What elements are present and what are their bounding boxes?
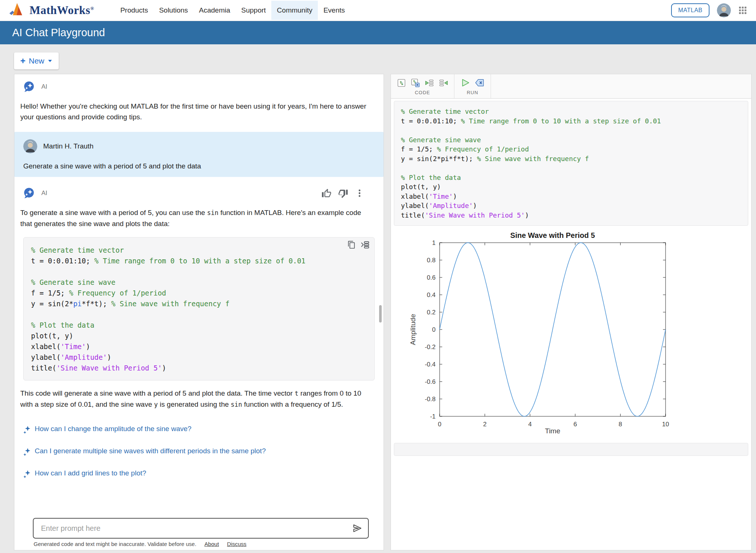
svg-text:Amplitude: Amplitude [409,314,417,345]
svg-text:1: 1 [432,239,436,246]
code-line: % Generate time vector [401,107,741,116]
code-line [31,266,367,277]
matlab-figure: 0246810-1-0.8-0.6-0.4-0.200.20.40.60.81S… [394,226,749,440]
svg-text:0.6: 0.6 [427,274,436,281]
code-group-label: CODE [415,90,430,95]
send-button[interactable] [352,524,362,533]
svg-text:Sine Wave with Period 5: Sine Wave with Period 5 [510,231,595,239]
code-line: plot(t, y) [31,331,367,341]
clear-output-icon[interactable] [475,78,485,87]
chat-panel: AI Hello! Whether you're checking out MA… [14,74,384,550]
svg-text:-0.6: -0.6 [425,378,436,385]
user-avatar[interactable] [717,3,731,17]
code-line: ylabel('Amplitude') [31,352,367,363]
ai-message-header: AI [23,81,378,93]
suggested-prompt[interactable]: How can I change the amplitude of the si… [23,424,192,434]
suggested-prompt[interactable]: Can I generate multiple sine waves with … [23,446,266,456]
discuss-link[interactable]: Discuss [227,541,247,547]
nav-item-events[interactable]: Events [318,1,350,20]
svg-text:0.4: 0.4 [427,291,436,298]
code-line [401,163,741,173]
about-link[interactable]: About [205,541,219,547]
brand-wordmark: MathWorks® [30,4,94,17]
indent-left-icon[interactable] [439,78,448,88]
svg-text:-0.4: -0.4 [425,361,436,368]
nav-item-support[interactable]: Support [236,1,272,20]
code-line: title('Sine Wave with Period 5') [31,363,367,373]
page-title: AI Chat Playground [12,27,105,39]
primary-nav: ProductsSolutionsAcademiaSupportCommunit… [115,1,350,20]
app-grid-icon[interactable] [738,6,747,15]
response-code-block: % Generate time vectort = 0:0.01:10; % T… [23,237,375,380]
nav-item-academia[interactable]: Academia [193,1,236,20]
matlab-button[interactable]: MATLAB [671,3,709,17]
code-line: y = sin(2*pi*f*t); % Sine wave with freq… [401,154,741,164]
svg-text:%: % [400,80,403,86]
chat-scrollbar-thumb[interactable] [379,305,382,322]
suggested-prompt[interactable]: How can I add grid lines to the plot? [23,468,146,478]
code-line: xlabel('Time') [401,192,741,201]
user-message-header: Martin H. Trauth [23,139,375,153]
message-actions [322,188,364,198]
insert-code-to-editor-icon[interactable] [360,240,370,249]
user-name: Martin H. Trauth [43,142,93,150]
code-line: title('Sine Wave with Period 5') [401,211,741,220]
editor-toolstrip: % % CODE [391,74,751,99]
suggested-prompt-text: How can I change the amplitude of the si… [35,425,192,433]
uncomment-code-icon[interactable]: % [411,78,420,88]
suggested-prompts: How can I change the amplitude of the si… [20,424,378,478]
run-group-label: RUN [467,90,478,95]
svg-text:-1: -1 [430,413,436,420]
comment-code-icon[interactable]: % [397,78,406,88]
code-line: f = 1/5; % Frequency of 1/period [31,288,367,298]
ai-sender-label: AI [41,190,47,197]
svg-text:6: 6 [573,421,577,428]
ai-avatar-icon [23,81,35,93]
code-line [401,126,741,135]
code-line: ylabel('Amplitude') [401,201,741,211]
suggested-prompt-text: Can I generate multiple sine waves with … [35,447,266,455]
editor-code-lines: % Generate time vectort = 0:0.01:10; % T… [401,107,741,220]
nav-item-solutions[interactable]: Solutions [154,1,193,20]
mathworks-brand[interactable]: MathWorks® [9,2,94,18]
svg-text:-0.8: -0.8 [425,396,436,403]
nav-right: MATLAB [671,3,747,17]
code-line: xlabel('Time') [31,341,367,352]
code-line: % Plot the data [401,173,741,182]
command-output-bar [394,443,748,456]
nav-item-community[interactable]: Community [271,1,318,20]
thumbs-down-button[interactable] [338,188,348,198]
top-navbar: MathWorks® ProductsSolutionsAcademiaSupp… [0,0,756,21]
overflow-menu-icon[interactable] [355,188,364,198]
svg-text:Time: Time [545,427,560,435]
code-line [31,309,367,320]
svg-text:0.8: 0.8 [427,257,436,264]
code-block-actions [347,240,370,249]
indent-right-icon[interactable] [425,78,434,88]
nav-item-products[interactable]: Products [115,1,154,20]
svg-text:0: 0 [432,326,436,333]
disclaimer-text: Generated code and text might be inaccur… [34,541,196,547]
ai-response-intro: To generate a sine wave with a period of… [20,207,370,229]
run-code-icon[interactable] [460,78,470,88]
ai-sender-label: AI [41,83,47,91]
prompt-input[interactable] [41,524,352,533]
svg-text:-0.2: -0.2 [425,344,436,351]
code-line: plot(t, y) [401,182,741,192]
copy-code-icon[interactable] [347,240,356,249]
matlab-code-editor[interactable]: % Generate time vectort = 0:0.01:10; % T… [394,101,748,226]
code-line: y = sin(2*pi*f*t); % Sine wave with freq… [31,298,367,309]
mathworks-logo-icon [9,2,26,18]
figure-area: 0246810-1-0.8-0.6-0.4-0.200.20.40.60.81S… [394,226,748,441]
code-line: % Plot the data [31,320,367,331]
code-line: t = 0:0.01:10; % Time range from 0 to 10… [401,116,741,126]
ai-greeting-message: Hello! Whether you're checking out MATLA… [20,101,370,122]
user-message-text: Generate a sine wave with a period of 5 … [23,162,375,170]
svg-text:0.2: 0.2 [427,309,436,316]
svg-text:4: 4 [528,421,532,428]
matlab-tool-panel: % % CODE [391,74,752,550]
prompt-input-container [33,518,369,539]
ai-avatar-icon [23,187,35,199]
new-chat-button[interactable]: + New [14,52,59,69]
thumbs-up-button[interactable] [322,188,331,198]
